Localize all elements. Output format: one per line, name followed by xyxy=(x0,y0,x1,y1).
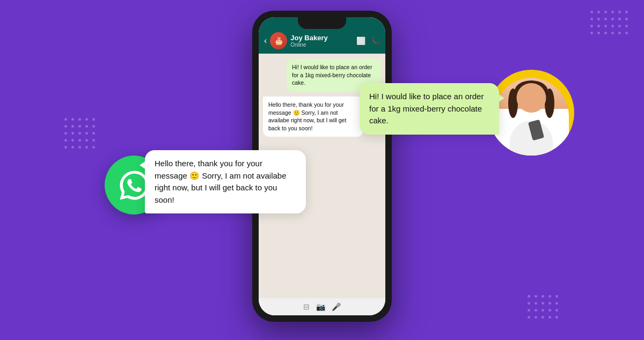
attachment-icon[interactable]: ⊟ xyxy=(303,302,310,311)
avatar-image: 🎂 xyxy=(270,32,287,49)
outer-sent-text: Hi! I would like to place an order for a… xyxy=(369,92,484,125)
dots-bottom-right xyxy=(528,295,558,319)
user-body xyxy=(510,121,553,156)
chat-input-bar[interactable]: ⊟ 📷 🎤 xyxy=(259,298,385,315)
mic-icon[interactable]: 🎤 xyxy=(332,302,341,311)
user-hair-side-left xyxy=(508,88,518,118)
outer-received-text: Hello there, thank you for your message … xyxy=(155,159,287,204)
received-message-bubble: Hello there, thank you for your message … xyxy=(263,97,363,137)
contact-name: Joy Bakery xyxy=(290,34,353,42)
header-action-icons: ⬜ 📞 xyxy=(356,36,380,45)
phone-call-icon[interactable]: 📞 xyxy=(371,36,380,45)
camera-icon[interactable]: 📷 xyxy=(316,302,325,311)
back-arrow-icon[interactable]: ‹ xyxy=(264,36,267,46)
user-head xyxy=(517,83,546,113)
video-call-icon[interactable]: ⬜ xyxy=(356,36,365,45)
user-figure xyxy=(494,78,569,156)
phone-notch xyxy=(298,17,346,29)
user-hair-side-right xyxy=(545,88,554,118)
contact-status: Online xyxy=(290,42,353,48)
contact-info: Joy Bakery Online xyxy=(290,34,353,48)
dots-left xyxy=(64,118,95,149)
sent-message-text: Hi! I would like to place an order for a… xyxy=(292,64,372,86)
contact-avatar: 🎂 xyxy=(270,32,287,49)
user-photo-circle xyxy=(488,70,574,156)
outer-received-bubble: Hello there, thank you for your message … xyxy=(145,150,306,213)
received-message-text: Hello there, thank you for your message … xyxy=(268,101,346,131)
dots-top-right xyxy=(590,11,628,34)
outer-sent-bubble: Hi! I would like to place an order for a… xyxy=(360,83,499,135)
user-phone-prop xyxy=(528,120,544,141)
